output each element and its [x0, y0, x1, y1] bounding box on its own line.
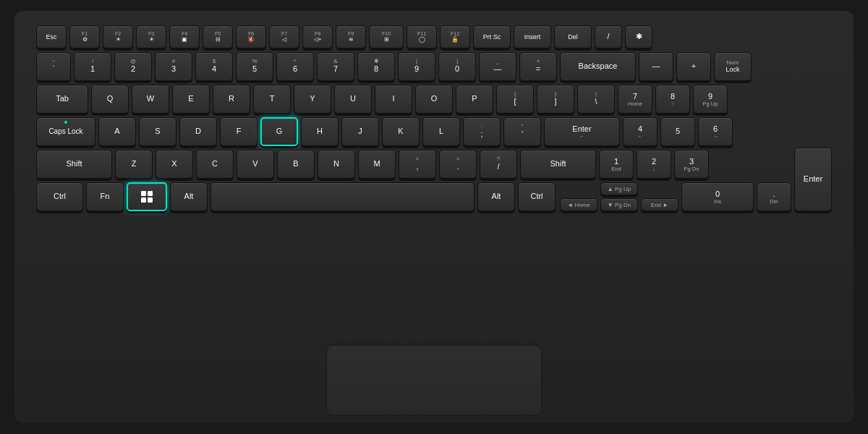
key-3[interactable]: # 3 — [155, 52, 192, 81]
key-backspace[interactable]: Backspace — [560, 52, 636, 81]
key-numpad-slash[interactable]: / — [595, 25, 622, 48]
key-alt-right[interactable]: Alt — [477, 182, 515, 211]
key-f12[interactable]: F12 🔒 — [440, 25, 470, 48]
key-f7[interactable]: F7 ◁ — [269, 25, 299, 48]
key-s[interactable]: S — [139, 117, 176, 146]
key-del[interactable]: Del — [554, 25, 592, 48]
key-numpad-star[interactable]: ✱ — [625, 25, 652, 48]
key-e[interactable]: E — [172, 85, 210, 114]
key-f10[interactable]: F10 ⊞ — [369, 25, 404, 48]
key-rbracket[interactable]: } ] — [537, 85, 574, 114]
key-num-2[interactable]: 2 ↓ — [637, 150, 671, 179]
key-f4[interactable]: F4 ▣ — [169, 25, 200, 48]
key-8[interactable]: ✱ 8 — [357, 52, 395, 81]
trackpad[interactable] — [326, 344, 542, 416]
key-q[interactable]: Q — [91, 85, 129, 114]
key-num-minus[interactable]: — — [639, 52, 673, 81]
key-ctrl-right[interactable]: Ctrl — [518, 182, 556, 211]
key-num-dot[interactable]: . Del — [757, 182, 791, 211]
key-prtsc[interactable]: Prt Sc — [473, 25, 511, 48]
key-n[interactable]: N — [318, 150, 355, 179]
key-f6[interactable]: F6 🔇 — [236, 25, 266, 48]
key-minus[interactable]: _ — — [479, 52, 516, 81]
key-b[interactable]: B — [277, 150, 315, 179]
key-f3[interactable]: F3 ☀ — [136, 25, 166, 48]
key-f8[interactable]: F8 ◁+ — [302, 25, 333, 48]
key-g[interactable]: G — [260, 117, 298, 146]
key-backtick[interactable]: ~ ` — [36, 52, 71, 81]
key-tab[interactable]: Tab — [36, 85, 88, 114]
key-shift-right[interactable]: Shift — [520, 150, 596, 179]
key-num-6[interactable]: 6 → — [698, 117, 733, 146]
key-num-0[interactable]: 0 Ins — [681, 182, 754, 211]
key-f2[interactable]: F2 ☀ — [103, 25, 133, 48]
key-w[interactable]: W — [132, 85, 169, 114]
key-space[interactable] — [210, 182, 475, 211]
key-f9[interactable]: F9 ≋ — [336, 25, 366, 48]
key-alt-left[interactable]: Alt — [170, 182, 208, 211]
key-numlock[interactable]: Num Lock — [714, 52, 752, 81]
key-i[interactable]: I — [375, 85, 412, 114]
key-h[interactable]: H — [301, 117, 339, 146]
key-d[interactable]: D — [179, 117, 217, 146]
key-a[interactable]: A — [98, 117, 136, 146]
key-pgdn-arrow[interactable]: ▼ Pg Dn — [600, 198, 638, 211]
key-windows[interactable] — [127, 182, 167, 211]
key-enter[interactable]: Enter ← — [544, 117, 620, 146]
key-t[interactable]: T — [253, 85, 291, 114]
key-u[interactable]: U — [334, 85, 372, 114]
key-period[interactable]: > . — [439, 150, 477, 179]
key-num-7[interactable]: 7 Home — [618, 85, 652, 114]
key-1[interactable]: ! 1 — [74, 52, 111, 81]
key-0[interactable]: ) 0 — [438, 52, 476, 81]
key-esc[interactable]: Esc — [36, 25, 67, 48]
key-semicolon[interactable]: : ; — [463, 117, 501, 146]
key-l[interactable]: L — [422, 117, 460, 146]
arrow-cluster: ▲ Pg Up ◄ Home ▼ Pg Dn End ► — [560, 182, 678, 211]
key-shift-left[interactable]: Shift — [36, 150, 112, 179]
key-num-plus[interactable]: + — [676, 52, 711, 81]
key-5[interactable]: % 5 — [236, 52, 273, 81]
key-arrow-up-pg[interactable]: ▲ Pg Up — [600, 182, 638, 195]
key-f5[interactable]: F5 ⊟ — [203, 25, 233, 48]
key-m[interactable]: M — [358, 150, 396, 179]
key-ctrl-left[interactable]: Ctrl — [36, 182, 83, 211]
key-j[interactable]: J — [341, 117, 379, 146]
key-2[interactable]: @ 2 — [114, 52, 152, 81]
key-insert[interactable]: Insert — [514, 25, 551, 48]
key-num-1[interactable]: 1 End — [599, 150, 634, 179]
key-num-9[interactable]: 9 Pg Up — [693, 85, 728, 114]
key-quote[interactable]: " ' — [503, 117, 541, 146]
key-6[interactable]: ^ 6 — [276, 52, 314, 81]
key-9[interactable]: ( 9 — [398, 52, 435, 81]
key-fn[interactable]: Fn — [86, 182, 124, 211]
key-num-3[interactable]: 3 Pg Dn — [674, 150, 709, 179]
key-f[interactable]: F — [220, 117, 258, 146]
key-backslash[interactable]: | \ — [577, 85, 615, 114]
key-c[interactable]: C — [196, 150, 234, 179]
key-p[interactable]: P — [456, 85, 493, 114]
key-r[interactable]: R — [213, 85, 250, 114]
key-end-arrow[interactable]: End ► — [641, 198, 678, 211]
key-k[interactable]: K — [382, 117, 420, 146]
key-4[interactable]: $ 4 — [195, 52, 233, 81]
key-f1[interactable]: F1 ⚙ — [69, 25, 100, 48]
key-lbracket[interactable]: { [ — [496, 85, 534, 114]
key-fwdslash[interactable]: ? / — [480, 150, 517, 179]
key-caps-lock[interactable]: Caps Lock — [36, 117, 95, 146]
key-x[interactable]: X — [156, 150, 193, 179]
key-o[interactable]: O — [415, 85, 453, 114]
key-v[interactable]: V — [237, 150, 274, 179]
key-num-enter[interactable]: Enter — [794, 148, 832, 211]
key-equals[interactable]: + = — [519, 52, 557, 81]
key-7[interactable]: & 7 — [317, 52, 354, 81]
key-z[interactable]: Z — [115, 150, 153, 179]
key-y[interactable]: Y — [294, 85, 331, 114]
key-num-5[interactable]: 5 — [660, 117, 695, 146]
key-num-8[interactable]: 8 ↑ — [655, 85, 690, 114]
key-f11[interactable]: F11 ◯ — [407, 25, 437, 48]
key-home-arrow[interactable]: ◄ Home — [560, 198, 597, 211]
key-num-4[interactable]: 4 ← — [623, 117, 658, 146]
key-comma[interactable]: < , — [399, 150, 436, 179]
bottom-row: Ctrl Fn Alt Alt Ctrl — [36, 182, 832, 211]
